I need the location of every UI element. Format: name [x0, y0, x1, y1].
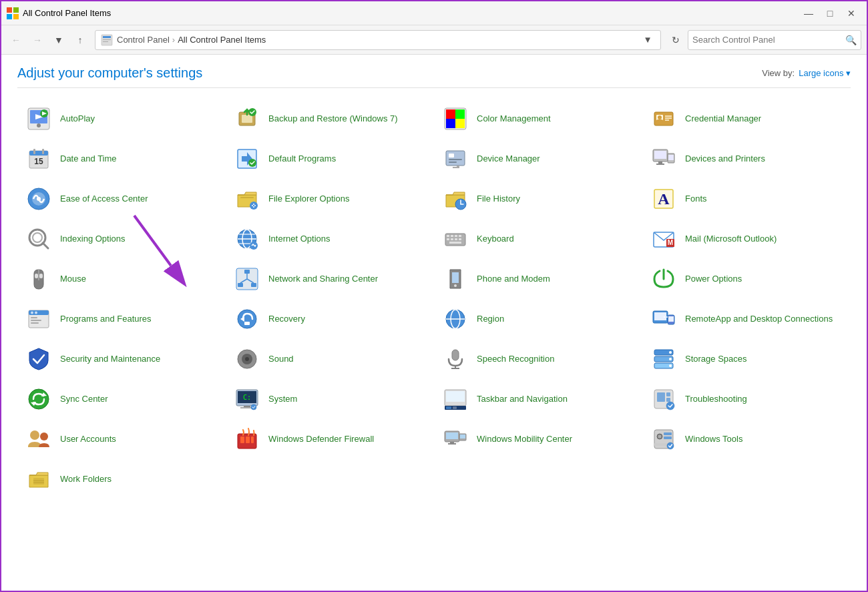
grid-item-sound[interactable]: Sound	[226, 339, 434, 379]
grid-item-filehistory[interactable]: File History	[434, 179, 642, 219]
grid-item-color[interactable]: Color Management	[434, 99, 642, 139]
svg-rect-130	[446, 391, 465, 402]
grid-item-sync[interactable]: Sync Center	[17, 379, 226, 419]
svg-rect-66	[451, 235, 453, 237]
svg-rect-137	[666, 398, 670, 402]
history-button[interactable]: ▼	[49, 31, 68, 49]
item-label-speech: Speech Recognition	[477, 354, 554, 365]
svg-rect-31	[42, 149, 44, 154]
grid-item-workfolders[interactable]: Work Folders	[17, 459, 226, 499]
back-button[interactable]: ←	[7, 31, 25, 49]
grid-item-power[interactable]: Power Options	[642, 259, 851, 299]
svg-text:M: M	[668, 239, 673, 246]
grid-item-speech[interactable]: Speech Recognition	[434, 339, 642, 379]
grid-item-wintools[interactable]: Windows Tools	[642, 419, 851, 459]
svg-text:15: 15	[34, 157, 43, 166]
grid-item-remote[interactable]: RemoteApp and Desktop Connections	[642, 299, 851, 339]
window-title: All Control Panel Items	[23, 8, 799, 18]
maximize-button[interactable]: □	[820, 5, 840, 21]
item-label-indexing: Indexing Options	[60, 234, 126, 245]
filehistory-icon	[442, 186, 469, 212]
forward-button[interactable]: →	[28, 31, 47, 49]
ease-icon	[25, 186, 52, 212]
grid-item-recovery[interactable]: Recovery	[226, 299, 434, 339]
up-button[interactable]: ↑	[71, 31, 89, 49]
grid-item-datetime[interactable]: 15Date and Time	[17, 139, 226, 179]
refresh-button[interactable]: ↻	[666, 31, 685, 49]
svg-rect-99	[244, 322, 250, 325]
mail-icon: M	[650, 226, 677, 252]
svg-rect-81	[244, 270, 250, 274]
grid-item-credential[interactable]: Credential Manager	[642, 99, 851, 139]
svg-rect-154	[664, 432, 672, 435]
internet-icon	[234, 226, 260, 252]
grid-item-ease[interactable]: Ease of Access Center	[17, 179, 226, 219]
svg-point-118	[669, 358, 672, 360]
grid-item-mouse[interactable]: Mouse	[17, 259, 226, 299]
svg-rect-143	[246, 436, 250, 443]
grid-item-phone[interactable]: Phone and Modem	[434, 259, 642, 299]
grid-item-system[interactable]: C:System	[226, 379, 434, 419]
grid-item-user[interactable]: User Accounts	[17, 419, 226, 459]
item-label-filehistory: File History	[477, 194, 520, 205]
page-header: Adjust your computer's settings View by:…	[17, 65, 851, 88]
grid-item-security[interactable]: Security and Maintenance	[17, 339, 226, 379]
firewall-icon	[234, 426, 260, 453]
svg-point-140	[40, 432, 48, 440]
item-label-firewall: Windows Defender Firewall	[268, 434, 374, 445]
sound-icon	[234, 346, 260, 372]
fonts-icon: A	[650, 186, 677, 212]
grid-item-fileexplorer[interactable]: File Explorer Options	[226, 179, 434, 219]
search-icon: 🔍	[845, 35, 857, 45]
grid-item-backup[interactable]: Backup and Restore (Windows 7)	[226, 99, 434, 139]
svg-rect-153	[658, 435, 661, 438]
grid-item-taskbar[interactable]: Taskbar and Navigation	[434, 379, 642, 419]
svg-point-51	[250, 202, 258, 210]
recovery-icon	[234, 306, 260, 332]
grid-item-internet[interactable]: Internet Options	[226, 219, 434, 259]
svg-point-119	[669, 364, 672, 367]
breadcrumb-part2: All Control Panel Items	[178, 35, 266, 45]
grid-item-firewall[interactable]: Windows Defender Firewall	[226, 419, 434, 459]
grid-item-autoplay[interactable]: AutoPlay	[17, 99, 226, 139]
svg-rect-46	[668, 155, 674, 160]
grid-item-mobility[interactable]: Windows Mobility Center	[434, 419, 642, 459]
breadcrumb-part1[interactable]: Control Panel	[117, 35, 170, 45]
grid-item-programs[interactable]: Programs and Features	[17, 299, 226, 339]
grid-item-devicemgr[interactable]: Device Manager	[434, 139, 642, 179]
keyboard-icon	[442, 226, 469, 252]
grid-item-troubleshoot[interactable]: Troubleshooting	[642, 379, 851, 419]
item-label-fonts: Fonts	[685, 194, 707, 205]
grid-item-mail[interactable]: MMail (Microsoft Outlook)	[642, 219, 851, 259]
grid-item-network[interactable]: Network and Sharing Center	[226, 259, 434, 299]
grid-item-storage[interactable]: Storage Spaces	[642, 339, 851, 379]
item-label-color: Color Management	[477, 113, 551, 125]
address-dropdown-button[interactable]: ▼	[640, 31, 655, 49]
default-icon	[234, 145, 260, 172]
close-button[interactable]: ✕	[841, 5, 861, 21]
item-label-internet: Internet Options	[268, 234, 331, 245]
address-icon	[101, 34, 113, 46]
svg-rect-65	[447, 235, 449, 237]
svg-rect-29	[29, 151, 48, 156]
grid-item-indexing[interactable]: Indexing Options	[17, 219, 226, 259]
svg-rect-136	[666, 392, 670, 396]
datetime-icon: 15	[25, 145, 52, 172]
troubleshoot-icon	[650, 386, 677, 412]
view-by-value[interactable]: Large icons ▾	[799, 68, 851, 78]
devices-icon	[650, 145, 677, 172]
mobility-icon	[442, 426, 469, 453]
svg-rect-96	[31, 322, 39, 324]
svg-rect-50	[240, 197, 254, 198]
svg-rect-71	[455, 238, 457, 240]
grid-item-keyboard[interactable]: Keyboard	[434, 219, 642, 259]
grid-item-devices[interactable]: Devices and Printers	[642, 139, 851, 179]
svg-rect-69	[447, 238, 449, 240]
content-area: Adjust your computer's settings View by:…	[1, 55, 867, 591]
grid-item-default[interactable]: Default Programs	[226, 139, 434, 179]
svg-rect-22	[446, 119, 455, 128]
grid-item-fonts[interactable]: AFonts	[642, 179, 851, 219]
minimize-button[interactable]: —	[799, 5, 819, 21]
search-input[interactable]	[692, 35, 845, 45]
grid-item-region[interactable]: Region	[434, 299, 642, 339]
